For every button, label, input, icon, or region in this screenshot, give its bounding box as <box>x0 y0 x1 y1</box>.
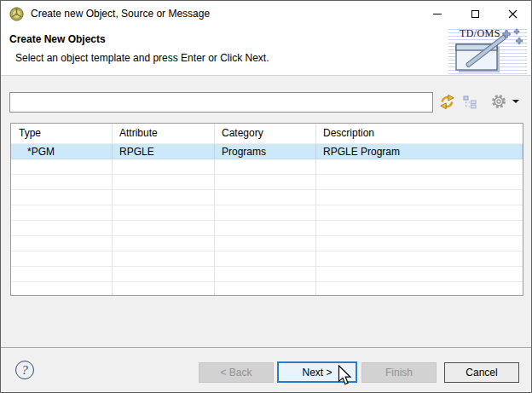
column-header-category[interactable]: Category <box>215 124 316 144</box>
maximize-icon <box>471 10 479 18</box>
table-cell-empty <box>11 282 113 296</box>
table-row-empty <box>11 251 523 267</box>
table-row-empty <box>11 159 523 175</box>
finish-button[interactable]: Finish <box>361 362 437 383</box>
table-cell-empty <box>113 205 215 221</box>
table-cell-empty <box>316 159 523 175</box>
table-cell-empty <box>316 190 523 205</box>
tree-view-button[interactable] <box>463 95 477 109</box>
table-cell-empty <box>215 267 316 282</box>
page-title: Create New Objects <box>9 33 106 45</box>
table-cell-empty <box>316 175 523 190</box>
view-menu-button[interactable] <box>489 92 508 111</box>
cell-type: *PGM <box>11 144 113 159</box>
dropdown-arrow-icon[interactable] <box>512 100 519 103</box>
close-icon <box>508 9 518 19</box>
dialog-window: Create new Object, Source or Message Cre… <box>0 0 532 393</box>
cancel-button[interactable]: Cancel <box>444 362 519 383</box>
table-header-row: Type Attribute Category Description <box>11 124 523 144</box>
table-row-empty <box>11 190 523 205</box>
table-cell-empty <box>215 205 316 221</box>
table-body-empty <box>11 159 523 296</box>
table-cell-empty <box>215 221 316 236</box>
help-icon: ? <box>21 363 28 378</box>
table-row-empty <box>11 236 523 251</box>
column-header-attribute[interactable]: Attribute <box>113 124 215 144</box>
table-row-empty <box>11 175 523 190</box>
maximize-button[interactable] <box>456 1 494 26</box>
table-row-empty <box>11 282 523 296</box>
table-cell-empty <box>215 251 316 267</box>
content-area: Type Attribute Category Description *PGM… <box>1 76 531 347</box>
table-cell-empty <box>316 236 523 251</box>
refresh-button[interactable] <box>438 93 456 111</box>
table-cell-empty <box>316 282 523 296</box>
refresh-icon <box>438 93 456 111</box>
toolbar-icons <box>438 90 519 113</box>
table-cell-empty <box>215 190 316 205</box>
table-cell-empty <box>113 175 215 190</box>
filter-input[interactable] <box>9 92 433 113</box>
table-cell-empty <box>11 205 113 221</box>
table-row-empty <box>11 221 523 236</box>
button-bar: ? < Back Next > Finish Cancel <box>1 347 531 392</box>
table-cell-empty <box>11 190 113 205</box>
minimize-icon <box>433 14 442 14</box>
tdoms-logo: TD/OMS <box>448 26 527 74</box>
app-icon <box>9 7 24 21</box>
table-row-empty <box>11 267 523 282</box>
table-row-selected[interactable]: *PGM RPGLE Programs RPGLE Program <box>11 144 523 159</box>
cell-category: Programs <box>215 144 316 159</box>
table-cell-empty <box>215 236 316 251</box>
help-button[interactable]: ? <box>15 361 34 379</box>
close-button[interactable] <box>494 1 531 26</box>
cell-description: RPGLE Program <box>316 144 523 159</box>
table-row-empty <box>11 205 523 221</box>
table-cell-empty <box>316 221 523 236</box>
column-header-type[interactable]: Type <box>11 124 113 144</box>
logo-text: TD/OMS <box>460 27 500 40</box>
settings-gear-icon <box>489 92 508 111</box>
table-cell-empty <box>316 267 523 282</box>
table-cell-empty <box>11 159 113 175</box>
table-cell-empty <box>316 251 523 267</box>
table-cell-empty <box>113 282 215 296</box>
column-header-description[interactable]: Description <box>316 124 523 144</box>
table-cell-empty <box>11 175 113 190</box>
next-button[interactable]: Next > <box>277 361 357 383</box>
table-cell-empty <box>215 175 316 190</box>
table-cell-empty <box>215 282 316 296</box>
cell-attribute: RPGLE <box>113 144 215 159</box>
window-title: Create new Object, Source or Message <box>31 8 210 20</box>
table-cell-empty <box>11 221 113 236</box>
page-subtitle: Select an object template and press Ente… <box>15 52 269 64</box>
table-cell-empty <box>113 221 215 236</box>
wizard-buttons: < Back Next > Finish Cancel <box>199 361 519 383</box>
titlebar[interactable]: Create new Object, Source or Message <box>1 1 531 26</box>
wizard-header: Create New Objects Select an object temp… <box>1 26 531 75</box>
table-cell-empty <box>11 251 113 267</box>
table-cell-empty <box>113 190 215 205</box>
table-cell-empty <box>11 267 113 282</box>
back-button[interactable]: < Back <box>199 362 274 383</box>
table-cell-empty <box>11 236 113 251</box>
table-cell-empty <box>113 159 215 175</box>
hierarchy-tree-icon <box>463 95 477 109</box>
template-table: Type Attribute Category Description *PGM… <box>10 123 523 296</box>
minimize-button[interactable] <box>419 1 456 26</box>
table-cell-empty <box>113 236 215 251</box>
table-cell-empty <box>113 267 215 282</box>
table-cell-empty <box>215 159 316 175</box>
table-cell-empty <box>316 205 523 221</box>
table-cell-empty <box>113 251 215 267</box>
